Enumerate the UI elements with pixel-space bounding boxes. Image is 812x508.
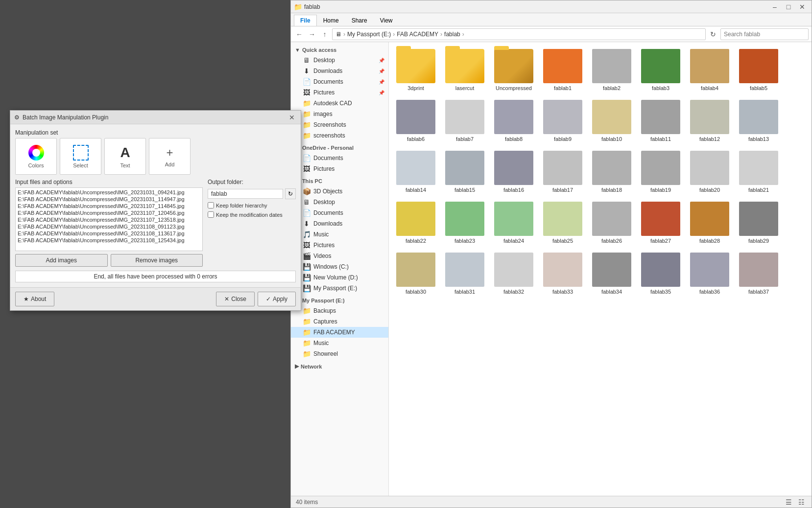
- list-item[interactable]: E:\FAB ACADEMY\fablab\Uncompressed\IMG_2…: [18, 203, 200, 209]
- forward-button[interactable]: →: [307, 29, 317, 40]
- file-item-fablab37[interactable]: fablab37: [737, 251, 781, 297]
- file-item-fablab34[interactable]: fablab34: [590, 251, 634, 297]
- tool-select[interactable]: Select: [60, 138, 101, 175]
- file-item-fablab23[interactable]: fablab23: [443, 200, 487, 246]
- file-item-fablab21[interactable]: fablab21: [737, 149, 781, 195]
- file-item-fablab26[interactable]: fablab26: [590, 200, 634, 246]
- output-reset-button[interactable]: ↻: [285, 188, 296, 199]
- tool-add[interactable]: + Add: [149, 138, 191, 175]
- file-item-fablab1[interactable]: fablab1: [541, 47, 585, 93]
- keep-hierarchy-checkbox[interactable]: [208, 202, 214, 208]
- file-item-fablab25[interactable]: fablab25: [541, 200, 585, 246]
- sidebar-item-od-pictures[interactable]: 🖼 Pictures: [291, 163, 388, 174]
- sidebar-item-backups[interactable]: 📁 Backups: [291, 305, 388, 316]
- file-item-fablab10[interactable]: fablab10: [590, 98, 634, 144]
- sidebar-item-pc-downloads[interactable]: ⬇ Downloads: [291, 218, 388, 229]
- file-item-fablab20[interactable]: fablab20: [688, 149, 732, 195]
- list-item[interactable]: E:\FAB ACADEMY\fablab\Uncompressed\IMG_2…: [18, 237, 200, 244]
- file-item-fablab15[interactable]: fablab15: [443, 149, 487, 195]
- sidebar-header-onedrive[interactable]: ▼ OneDrive - Personal: [291, 143, 388, 153]
- sidebar-item-pc-videos[interactable]: 🎬 Videos: [291, 251, 388, 261]
- sidebar-item-images[interactable]: 📁 images: [291, 109, 388, 119]
- path-segment-0[interactable]: My Passport (E:): [347, 31, 391, 38]
- back-button[interactable]: ←: [294, 29, 305, 40]
- address-path[interactable]: 🖥 › My Passport (E:) › FAB ACADEMY › fab…: [332, 28, 706, 40]
- list-item[interactable]: E:\FAB ACADEMY\fablab\Uncompressed\IMG_2…: [18, 223, 200, 230]
- sidebar-item-fab-academy[interactable]: 📁 FAB ACADEMY: [291, 327, 388, 338]
- sidebar-item-desktop[interactable]: 🖥 Desktop 📌: [291, 55, 388, 66]
- file-item-fablab3[interactable]: fablab3: [639, 47, 683, 93]
- file-item-fablab11[interactable]: fablab11: [639, 98, 683, 144]
- file-item-fablab14[interactable]: fablab14: [394, 149, 438, 195]
- file-item-fablab24[interactable]: fablab24: [492, 200, 536, 246]
- folder-item-uncompressed[interactable]: Uncompressed: [492, 47, 536, 93]
- sidebar-item-music[interactable]: 📁 Music: [291, 338, 388, 348]
- list-item[interactable]: E:\FAB ACADEMY\fablab\Uncompressed\IMG_2…: [18, 189, 200, 196]
- file-item-fablab35[interactable]: fablab35: [639, 251, 683, 297]
- sidebar-item-pc-documents[interactable]: 📄 Documents: [291, 208, 388, 218]
- file-item-fablab12[interactable]: fablab12: [688, 98, 732, 144]
- sidebar-item-passport-e[interactable]: 💾 My Passport (E:): [291, 283, 388, 294]
- details-view-button[interactable]: ☰: [783, 497, 794, 508]
- list-item[interactable]: E:\FAB ACADEMY\fablab\Uncompressed\IMG_2…: [18, 209, 200, 216]
- file-item-fablab30[interactable]: fablab30: [394, 251, 438, 297]
- file-item-fablab4[interactable]: fablab4: [688, 47, 732, 93]
- checkbox-keep-hierarchy[interactable]: Keep folder hierarchy: [208, 202, 296, 208]
- file-item-fablab33[interactable]: fablab33: [541, 251, 585, 297]
- file-item-fablab18[interactable]: fablab18: [590, 149, 634, 195]
- file-item-fablab9[interactable]: fablab9: [541, 98, 585, 144]
- sidebar-header-thispc[interactable]: ▼ This PC: [291, 176, 388, 186]
- file-item-fablab2[interactable]: fablab2: [590, 47, 634, 93]
- refresh-button[interactable]: ↻: [708, 29, 718, 40]
- file-item-fablab32[interactable]: fablab32: [492, 251, 536, 297]
- tab-file[interactable]: File: [294, 15, 317, 26]
- large-icons-view-button[interactable]: ☷: [796, 497, 807, 508]
- about-button[interactable]: ★ About: [15, 292, 54, 306]
- path-segment-2[interactable]: fablab: [444, 31, 460, 38]
- plugin-close-button[interactable]: ✕: [287, 113, 297, 122]
- sidebar-item-volume-d[interactable]: 💾 New Volume (D:): [291, 272, 388, 283]
- file-item-fablab17[interactable]: fablab17: [541, 149, 585, 195]
- close-button[interactable]: ✕: [796, 0, 809, 13]
- add-images-button[interactable]: Add images: [15, 254, 108, 267]
- sidebar-item-screenshots2[interactable]: 📁 screenshots: [291, 130, 388, 141]
- file-item-fablab27[interactable]: fablab27: [639, 200, 683, 246]
- sidebar-item-autocad[interactable]: 📁 Autodesk CAD: [291, 98, 388, 109]
- path-segment-1[interactable]: FAB ACADEMY: [397, 31, 438, 38]
- checkbox-keep-dates[interactable]: Keep the modification dates: [208, 211, 296, 218]
- file-item-fablab8[interactable]: fablab8: [492, 98, 536, 144]
- sidebar-item-pictures[interactable]: 🖼 Pictures 📌: [291, 87, 388, 98]
- file-item-fablab13[interactable]: fablab13: [737, 98, 781, 144]
- sidebar-item-windows-c[interactable]: 💾 Windows (C:): [291, 261, 388, 272]
- keep-dates-checkbox[interactable]: [208, 211, 214, 218]
- file-item-fablab28[interactable]: fablab28: [688, 200, 732, 246]
- file-item-fablab7[interactable]: fablab7: [443, 98, 487, 144]
- tab-share[interactable]: Share: [345, 15, 374, 26]
- file-item-fablab19[interactable]: fablab19: [639, 149, 683, 195]
- apply-button[interactable]: ✓ Apply: [258, 292, 296, 306]
- file-item-fablab22[interactable]: fablab22: [394, 200, 438, 246]
- file-item-fablab36[interactable]: fablab36: [688, 251, 732, 297]
- sidebar-item-downloads[interactable]: ⬇ Downloads 📌: [291, 66, 388, 76]
- file-item-fablab29[interactable]: fablab29: [737, 200, 781, 246]
- tab-home[interactable]: Home: [317, 15, 345, 26]
- search-input[interactable]: [720, 28, 809, 40]
- minimize-button[interactable]: –: [768, 0, 781, 13]
- sidebar-item-showreel[interactable]: 📁 Showreel: [291, 348, 388, 359]
- sidebar-header-quickaccess[interactable]: ▼ Quick access: [291, 45, 388, 55]
- file-item-fablab6[interactable]: fablab6: [394, 98, 438, 144]
- tool-text[interactable]: A Text: [104, 138, 146, 175]
- tool-colors[interactable]: Colors: [15, 138, 57, 175]
- list-item[interactable]: E:\FAB ACADEMY\fablab\Uncompressed\IMG_2…: [18, 196, 200, 203]
- folder-item-lasercut[interactable]: lasercut: [443, 47, 487, 93]
- file-item-fablab5[interactable]: fablab5: [737, 47, 781, 93]
- sidebar-item-captures[interactable]: 📁 Captures: [291, 316, 388, 327]
- sidebar-item-pc-music[interactable]: 🎵 Music: [291, 229, 388, 240]
- file-item-fablab16[interactable]: fablab16: [492, 149, 536, 195]
- sidebar-header-network[interactable]: ▶ Network: [291, 361, 388, 371]
- file-list-box[interactable]: E:\FAB ACADEMY\fablab\Uncompressed\IMG_2…: [15, 187, 203, 251]
- remove-images-button[interactable]: Remove images: [111, 254, 203, 267]
- sidebar-header-mypassport[interactable]: ▼ My Passport (E:): [291, 296, 388, 305]
- sidebar-item-3dobjects[interactable]: 📦 3D Objects: [291, 186, 388, 197]
- sidebar-item-pc-desktop[interactable]: 🖥 Desktop: [291, 197, 388, 208]
